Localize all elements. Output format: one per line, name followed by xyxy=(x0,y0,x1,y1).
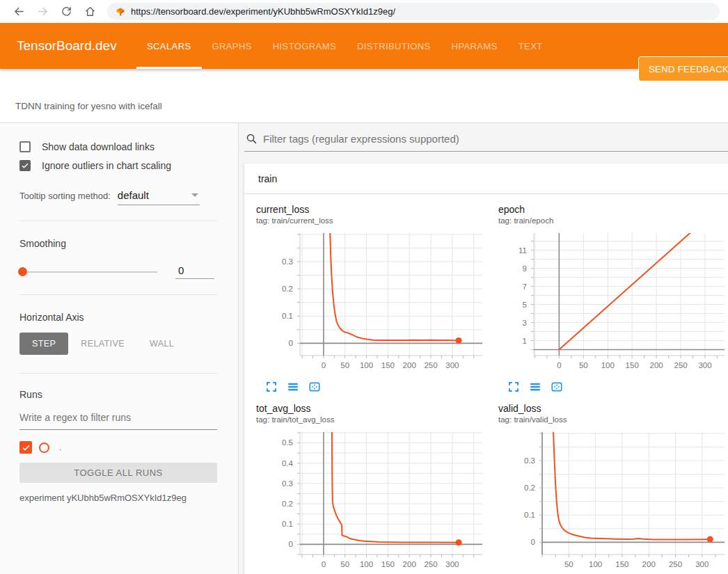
tab-scalars[interactable]: SCALARS xyxy=(136,23,202,69)
app-header: TensorBoard.dev SCALARSGRAPHSHISTOGRAMSD… xyxy=(0,23,728,69)
address-bar[interactable]: https://tensorboard.dev/experiment/yKUbh… xyxy=(107,3,720,20)
svg-text:150: 150 xyxy=(381,560,395,568)
svg-text:250: 250 xyxy=(674,361,687,369)
chart-current_loss: current_losstag: train/current_loss05010… xyxy=(247,204,488,394)
chart-plot-valid_loss[interactable]: 5010015020025030000.10.20.3 xyxy=(489,429,728,574)
chart-title: valid_loss xyxy=(498,403,728,414)
svg-text:0: 0 xyxy=(531,538,535,546)
svg-text:0.3: 0.3 xyxy=(524,456,535,465)
svg-text:0.2: 0.2 xyxy=(282,285,293,293)
home-icon[interactable] xyxy=(82,4,97,19)
svg-text:0: 0 xyxy=(289,540,293,548)
ignore-outliers-checkbox[interactable] xyxy=(19,160,31,171)
smoothing-value-input[interactable]: 0 xyxy=(175,264,214,279)
axis-option-wall[interactable]: WALL xyxy=(137,333,187,355)
chart-tot_avg_loss: tot_avg_losstag: train/tot_avg_loss05010… xyxy=(247,403,488,574)
tag-group-title[interactable]: train xyxy=(244,164,728,194)
svg-text:5: 5 xyxy=(523,301,527,309)
tab-distributions[interactable]: DISTRIBUTIONS xyxy=(347,23,441,69)
tab-text[interactable]: TEXT xyxy=(508,23,553,69)
svg-text:150: 150 xyxy=(626,361,639,369)
chart-plot-epoch[interactable]: 0501001502002503001357911 xyxy=(489,230,728,376)
svg-text:200: 200 xyxy=(403,560,416,568)
svg-text:0.3: 0.3 xyxy=(282,479,293,488)
experiment-id-label: experiment yKUbhb5wRmOSXYkId1z9eg xyxy=(19,493,217,503)
chart-tag: tag: train/epoch xyxy=(498,216,728,225)
fit-domain-icon[interactable] xyxy=(308,381,321,393)
chart-toolbar xyxy=(265,379,488,394)
tooltip-sorting-label: Tooltip sorting method: xyxy=(19,191,111,201)
svg-text:0.1: 0.1 xyxy=(282,312,293,320)
browser-toolbar: https://tensorboard.dev/experiment/yKUbh… xyxy=(0,0,728,23)
svg-text:3: 3 xyxy=(523,319,527,327)
chart-plot-tot_avg_loss[interactable]: 05010015020025030000.10.20.30.40.5 xyxy=(247,429,488,574)
svg-text:50: 50 xyxy=(579,361,588,369)
run-color-swatch xyxy=(39,443,49,453)
svg-text:150: 150 xyxy=(381,361,395,369)
general-options-section: Show data download links Ignore outliers… xyxy=(19,141,217,221)
svg-text:100: 100 xyxy=(601,361,615,369)
svg-text:100: 100 xyxy=(589,560,602,568)
reload-icon[interactable] xyxy=(58,4,74,19)
runs-selector-icon[interactable] xyxy=(529,381,541,393)
tensorboard-favicon xyxy=(116,7,125,17)
tag-filter-input[interactable] xyxy=(263,133,728,145)
svg-text:250: 250 xyxy=(669,560,682,568)
smoothing-slider-thumb[interactable] xyxy=(18,267,27,276)
runs-label: Runs xyxy=(19,374,217,400)
svg-text:0.4: 0.4 xyxy=(282,459,294,468)
svg-text:300: 300 xyxy=(695,560,709,568)
axis-option-step[interactable]: STEP xyxy=(19,333,68,355)
brand-logo: TensorBoard.dev xyxy=(17,38,136,54)
chart-tag: tag: train/current_loss xyxy=(256,216,488,225)
tab-histograms[interactable]: HISTOGRAMS xyxy=(262,23,347,69)
svg-text:11: 11 xyxy=(519,246,527,255)
tooltip-sorting-select[interactable]: default xyxy=(118,189,200,205)
show-download-label: Show data download links xyxy=(42,141,155,152)
axis-option-relative[interactable]: RELATIVE xyxy=(68,333,137,355)
scalars-dashboard: train current_losstag: train/current_los… xyxy=(239,123,728,574)
chart-title: epoch xyxy=(498,204,728,215)
chart-valid_loss: valid_losstag: train/valid_loss501001502… xyxy=(489,403,728,574)
chart-epoch: epochtag: train/epoch0501001502002503001… xyxy=(489,204,728,394)
svg-text:200: 200 xyxy=(403,361,416,369)
url-text: https://tensorboard.dev/experiment/yKUbh… xyxy=(131,6,395,17)
run-name: . xyxy=(59,443,61,452)
run-checkbox[interactable] xyxy=(19,441,32,454)
svg-text:0.1: 0.1 xyxy=(282,520,293,528)
svg-text:100: 100 xyxy=(360,560,373,568)
svg-text:300: 300 xyxy=(445,560,459,568)
chart-title: tot_avg_loss xyxy=(256,403,488,414)
search-icon xyxy=(246,133,258,145)
send-feedback-button[interactable]: SEND FEEDBACK xyxy=(638,56,728,81)
svg-text:0: 0 xyxy=(322,560,326,568)
svg-text:0.5: 0.5 xyxy=(282,438,293,447)
runs-selector-icon[interactable] xyxy=(287,381,299,393)
chart-plot-current_loss[interactable]: 05010015020025030000.10.20.3 xyxy=(247,230,488,376)
svg-text:150: 150 xyxy=(615,560,628,568)
toggle-all-runs-button[interactable]: TOGGLE ALL RUNS xyxy=(19,463,217,483)
nav-tabs: SCALARSGRAPHSHISTOGRAMSDISTRIBUTIONSHPAR… xyxy=(136,23,553,69)
settings-sidebar: Show data download links Ignore outliers… xyxy=(0,123,239,574)
svg-text:1: 1 xyxy=(523,337,527,345)
tab-hparams[interactable]: HPARAMS xyxy=(441,23,508,69)
svg-text:300: 300 xyxy=(698,361,711,369)
forward-icon[interactable] xyxy=(35,4,50,19)
runs-filter-field xyxy=(19,411,217,430)
svg-text:200: 200 xyxy=(650,361,663,369)
fullscreen-icon[interactable] xyxy=(507,381,520,393)
chart-toolbar xyxy=(507,379,728,394)
svg-text:0.3: 0.3 xyxy=(282,257,293,266)
chart-tag: tag: train/valid_loss xyxy=(498,415,728,424)
tooltip-sorting-value: default xyxy=(118,189,149,201)
tab-graphs[interactable]: GRAPHS xyxy=(202,23,262,69)
runs-section: Runs . TOGGLE ALL RUNS experiment yKUbhb… xyxy=(19,374,217,518)
fit-domain-icon[interactable] xyxy=(551,381,563,393)
smoothing-slider[interactable] xyxy=(19,271,157,273)
svg-text:300: 300 xyxy=(445,361,459,369)
fullscreen-icon[interactable] xyxy=(265,381,278,393)
show-download-checkbox[interactable] xyxy=(19,141,31,152)
back-icon[interactable] xyxy=(11,4,26,19)
runs-filter-input[interactable] xyxy=(19,412,217,423)
train-tag-group-card: train current_losstag: train/current_los… xyxy=(244,164,728,574)
